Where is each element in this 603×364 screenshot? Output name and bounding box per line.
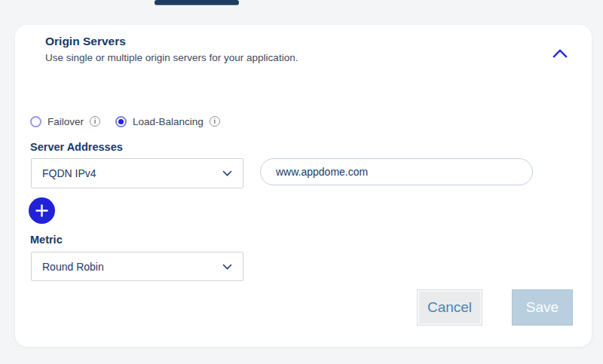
mode-radio-group: Failover i Load-Balancing i (30, 114, 220, 129)
failover-info-icon[interactable]: i (90, 116, 100, 127)
radio-failover[interactable]: Failover (30, 116, 84, 127)
save-button[interactable]: Save (512, 289, 573, 326)
page: Origin Servers Use single or multiple or… (0, 0, 603, 364)
panel-subtitle: Use single or multiple origin servers fo… (45, 52, 298, 63)
radio-failover-circle[interactable] (30, 116, 41, 127)
server-type-select[interactable]: FQDN IPv4 (31, 158, 243, 188)
radio-load-balancing[interactable]: Load-Balancing (115, 116, 204, 127)
radio-load-balancing-label: Load-Balancing (133, 116, 204, 127)
server-type-select-value: FQDN IPv4 (42, 167, 96, 179)
server-address-input[interactable] (260, 158, 533, 185)
chevron-up-icon (552, 48, 568, 59)
metric-select[interactable]: Round Robin (31, 252, 243, 281)
add-server-button[interactable] (29, 197, 55, 224)
chevron-down-icon (222, 170, 232, 176)
origin-servers-panel: Origin Servers Use single or multiple or… (15, 25, 592, 347)
collapse-button[interactable] (546, 41, 574, 66)
panel-title: Origin Servers (45, 35, 126, 48)
active-tab-indicator (155, 0, 239, 5)
radio-load-balancing-circle[interactable] (115, 116, 127, 127)
chevron-down-icon (222, 264, 232, 270)
server-addresses-label: Server Addresses (30, 141, 123, 153)
plus-icon (35, 203, 49, 218)
cancel-button[interactable]: Cancel (417, 289, 482, 326)
metric-label: Metric (30, 234, 63, 246)
metric-select-value: Round Robin (42, 261, 104, 273)
radio-failover-label: Failover (47, 116, 84, 127)
load-balancing-info-icon[interactable]: i (210, 116, 220, 127)
